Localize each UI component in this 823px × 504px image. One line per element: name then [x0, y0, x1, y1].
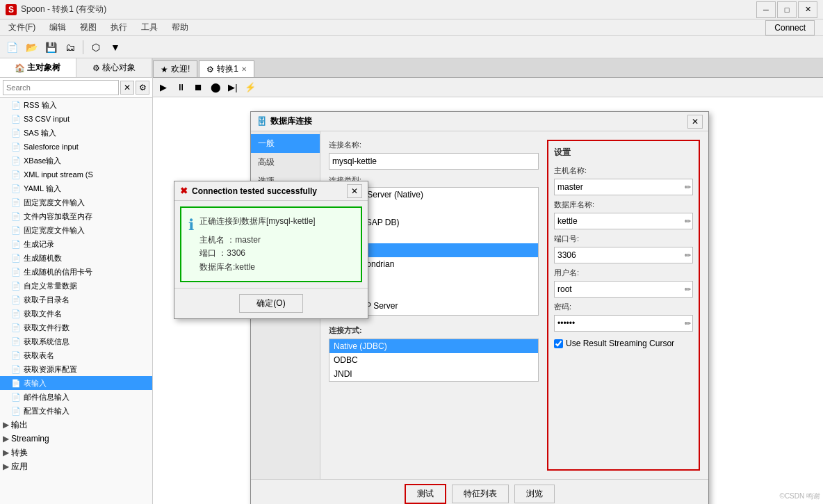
- connmethod-jdbc[interactable]: Native (JDBC): [329, 339, 538, 353]
- port-row: 端口号: ✏: [554, 234, 693, 263]
- tree-item-s3csv[interactable]: 📄 S3 CSV input: [0, 112, 152, 126]
- tree-item-getsysinfo[interactable]: 📄 获取系统信息: [0, 334, 152, 348]
- success-title-bar: ✖ Connection tested successfully ✕: [174, 181, 368, 201]
- menu-tools[interactable]: 工具: [136, 20, 163, 35]
- tree-group-app[interactable]: ▶ 应用: [0, 460, 152, 473]
- password-input[interactable]: [554, 315, 693, 332]
- tree-item-fixedwidth[interactable]: 📄 固定宽度文件输入: [0, 195, 152, 209]
- tab-main-objects[interactable]: 🏠 主对象树: [0, 58, 76, 77]
- sas-icon: 📄: [11, 129, 21, 138]
- conn-method-section: 连接方式: Native (JDBC) ODBC JNDI: [329, 325, 539, 382]
- success-dialog-close[interactable]: ✕: [347, 184, 362, 198]
- success-message: 正确连接到数据库[mysql-kettle]: [199, 215, 316, 228]
- conn-name-input[interactable]: [329, 153, 539, 170]
- nav-advanced[interactable]: 高级: [251, 153, 320, 172]
- saveas-button[interactable]: 🗂: [61, 38, 79, 56]
- tree-item-gettablename[interactable]: 📄 获取表名: [0, 348, 152, 362]
- db-settings-column: 设置 主机名称: ✏ 数据库名称:: [547, 140, 700, 471]
- ok-button[interactable]: 确定(O): [239, 294, 302, 313]
- tree-item-fixedwidth2[interactable]: 📄 固定宽度文件输入: [0, 223, 152, 237]
- menu-view[interactable]: 视图: [74, 20, 102, 35]
- user-row: 用户名: ✏: [554, 268, 693, 298]
- tree-group-streaming[interactable]: ▶ Streaming: [0, 432, 152, 446]
- tree-item-getfilename[interactable]: 📄 获取文件名: [0, 307, 152, 320]
- open-button[interactable]: 📂: [22, 38, 40, 56]
- git-button[interactable]: ⬡: [87, 38, 105, 56]
- minimize-button[interactable]: ─: [756, 1, 776, 18]
- filecontent-icon: 📄: [11, 212, 21, 221]
- conn-name-row: 连接名称:: [329, 140, 539, 170]
- stop-button[interactable]: ⏹: [190, 80, 206, 95]
- tree-item-configinput[interactable]: 📄 配置文件输入: [0, 404, 152, 418]
- tree-item-yaml[interactable]: 📄 YAML 输入: [0, 181, 152, 195]
- tree-item-filecontent[interactable]: 📄 文件内容加载至内存: [0, 209, 152, 223]
- tree-group-transform[interactable]: ▶ 转换: [0, 446, 152, 460]
- search-clear-button[interactable]: ✕: [120, 81, 134, 95]
- tree-item-getsubdir[interactable]: 📄 获取子目录名: [0, 293, 152, 307]
- tree-item-sas[interactable]: 📄 SAS 输入: [0, 126, 152, 140]
- nav-general[interactable]: 一般: [251, 134, 320, 153]
- feature-list-button[interactable]: 特征列表: [452, 485, 509, 503]
- success-dialog: ✖ Connection tested successfully ✕ ℹ 正确连…: [174, 181, 368, 319]
- connmethod-jndi[interactable]: JNDI: [329, 367, 538, 381]
- menu-edit[interactable]: 编辑: [44, 20, 72, 35]
- db-dialog-title-bar: 🗄 数据库连接 ✕: [251, 112, 708, 131]
- user-input[interactable]: [554, 281, 693, 298]
- tab-transform1[interactable]: ⚙ 转换1 ✕: [199, 60, 254, 77]
- left-panel: 🏠 主对象树 ⚙ 核心对象 ✕ ⚙ 📄 RSS 输入 📄 S3 CSV inpu…: [0, 58, 153, 504]
- rss-icon: 📄: [11, 101, 21, 110]
- conn-method-list[interactable]: Native (JDBC) ODBC JNDI: [329, 339, 539, 382]
- canvas-area: 🗄 数据库连接 ✕ 一般 高级 选项 连接池 集群: [153, 97, 823, 504]
- tree-item-xbase[interactable]: 📄 XBase输入: [0, 154, 152, 168]
- record-button[interactable]: ⬤: [208, 80, 223, 95]
- tree-item-mailinput[interactable]: 📄 邮件信息输入: [0, 390, 152, 404]
- tree-group-output[interactable]: ▶ 输出: [0, 418, 152, 432]
- menu-file[interactable]: 文件(F): [3, 20, 41, 35]
- getfilerows-icon: 📄: [11, 323, 21, 332]
- maximize-button[interactable]: □: [777, 1, 797, 18]
- tree-item-gencc[interactable]: 📄 生成随机的信用卡号: [0, 265, 152, 279]
- tree-container: 📄 RSS 输入 📄 S3 CSV input 📄 SAS 输入 📄 Sales…: [0, 98, 152, 504]
- tab-transform1-close[interactable]: ✕: [241, 65, 247, 73]
- pause-button[interactable]: ⏸: [173, 80, 188, 95]
- menu-run[interactable]: 执行: [105, 20, 133, 35]
- gettablename-icon: 📄: [11, 351, 21, 360]
- fast-button[interactable]: ⚡: [243, 80, 258, 95]
- tree-item-getfilerows[interactable]: 📄 获取文件行数: [0, 320, 152, 334]
- menu-help[interactable]: 帮助: [166, 20, 194, 35]
- search-options-button[interactable]: ⚙: [136, 81, 149, 95]
- streaming-checkbox[interactable]: [554, 339, 563, 348]
- close-button[interactable]: ✕: [798, 1, 817, 18]
- getresource-icon: 📄: [11, 365, 21, 374]
- db-input[interactable]: [554, 213, 693, 229]
- tree-item-xml[interactable]: 📄 XML input stream (S: [0, 168, 152, 181]
- preview-button[interactable]: ▶|: [225, 80, 241, 95]
- password-input-icon: ✏: [685, 319, 691, 328]
- genrecord-icon: 📄: [11, 240, 21, 249]
- run-button[interactable]: ▶: [156, 80, 171, 95]
- tree-item-salesforce[interactable]: 📄 Salesforce input: [0, 140, 152, 154]
- tab-core-objects[interactable]: ⚙ 核心对象: [76, 58, 153, 77]
- connmethod-odbc[interactable]: ODBC: [329, 353, 538, 367]
- tree-item-genrecord[interactable]: 📄 生成记录: [0, 237, 152, 251]
- save-button[interactable]: 💾: [42, 38, 60, 56]
- tableinput-icon: 📄: [11, 379, 21, 388]
- tree-item-tableinput[interactable]: 📄 表输入: [0, 376, 152, 390]
- new-button[interactable]: 📄: [3, 38, 21, 56]
- db-dialog-close-button[interactable]: ✕: [687, 115, 703, 129]
- port-input[interactable]: [554, 247, 693, 263]
- test-button[interactable]: 测试: [405, 484, 446, 504]
- db-row: 数据库名称: ✏: [554, 200, 693, 229]
- tree-item-customconst[interactable]: 📄 自定义常量数据: [0, 279, 152, 293]
- dropdown-button[interactable]: ▼: [106, 38, 124, 56]
- tree-item-genrandom[interactable]: 📄 生成随机数: [0, 251, 152, 265]
- mailinput-icon: 📄: [11, 393, 21, 402]
- tree-item-rss[interactable]: 📄 RSS 输入: [0, 98, 152, 112]
- browse-button[interactable]: 浏览: [514, 485, 555, 503]
- connect-button[interactable]: Connect: [765, 20, 815, 35]
- password-row: 密码: ✏: [554, 302, 693, 332]
- host-input[interactable]: [554, 179, 693, 195]
- search-input[interactable]: [3, 80, 119, 95]
- tab-welcome[interactable]: ★ 欢迎!: [153, 60, 197, 77]
- tree-item-getresource[interactable]: 📄 获取资源库配置: [0, 362, 152, 376]
